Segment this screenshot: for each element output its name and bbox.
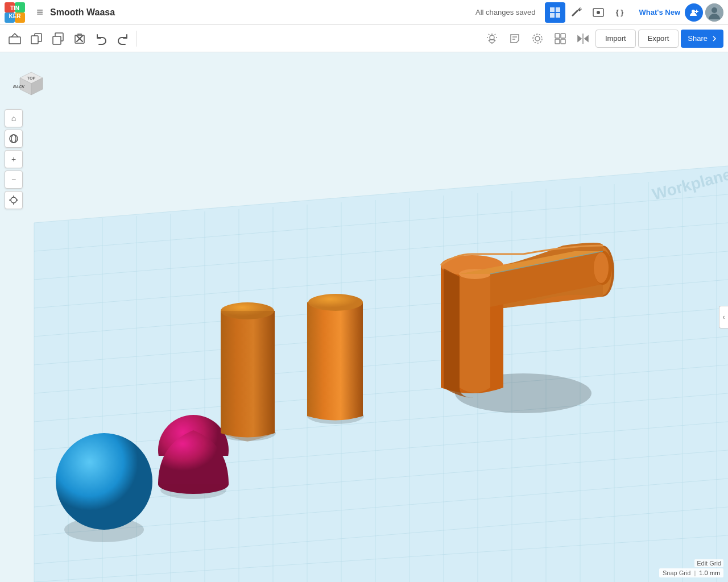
snap-grid-label: Snap Grid (663, 569, 691, 576)
svg-text:TIN: TIN (10, 5, 19, 11)
mode-simulation-button[interactable] (588, 2, 609, 23)
svg-point-98 (10, 135, 18, 143)
svg-point-92 (594, 252, 609, 283)
notes-tool[interactable] (504, 28, 525, 49)
svg-point-23 (490, 35, 494, 40)
orientation-cube[interactable]: TOP BACK (11, 64, 51, 103)
mode-buttons: { } (545, 2, 630, 23)
svg-point-27 (533, 34, 542, 43)
navbar: TIN KER ≡ Smooth Waasa All changes saved… (0, 0, 728, 25)
svg-point-16 (712, 7, 717, 13)
avatar[interactable] (705, 3, 723, 22)
toolbar: Import Export Share (0, 25, 728, 52)
svg-point-11 (597, 11, 600, 14)
export-button[interactable]: Export (638, 30, 679, 48)
undo-tool[interactable] (91, 28, 111, 49)
zoom-out-button[interactable]: − (5, 171, 23, 189)
home-view-button[interactable]: ⌂ (5, 109, 23, 127)
svg-rect-7 (556, 7, 560, 12)
zoom-in-button[interactable]: + (5, 150, 23, 168)
svg-rect-8 (550, 13, 555, 18)
menu-button[interactable]: ≡ (30, 2, 50, 23)
svg-point-100 (11, 197, 16, 203)
bottom-status: Edit Grid Snap Grid | 1.0 mm (659, 559, 723, 577)
tinkercad-logo: TIN KER (5, 2, 25, 23)
group-tool[interactable] (550, 28, 570, 49)
delete-tool[interactable] (69, 28, 90, 49)
snap-grid-value: 1.0 mm (699, 569, 720, 576)
project-name[interactable]: Smooth Waasa (50, 7, 115, 18)
toolbar-divider (136, 31, 137, 47)
viewport[interactable]: Workplane (0, 52, 728, 582)
mode-code-button[interactable]: { } (610, 2, 630, 23)
save-status: All changes saved (475, 8, 536, 16)
left-controls: ⌂ + − (5, 109, 23, 209)
svg-rect-19 (31, 36, 38, 44)
mode-3d-button[interactable] (545, 2, 565, 23)
orbit-button[interactable] (5, 130, 23, 148)
import-button[interactable]: Import (595, 30, 636, 48)
svg-marker-36 (34, 166, 728, 582)
svg-rect-21 (53, 36, 61, 44)
svg-rect-9 (556, 13, 560, 18)
svg-rect-6 (550, 7, 555, 12)
copy-tool[interactable] (26, 28, 47, 49)
svg-rect-28 (555, 34, 560, 38)
svg-point-99 (11, 135, 16, 143)
redo-tool[interactable] (113, 28, 133, 49)
svg-rect-17 (9, 37, 20, 44)
toolbar-right: Import Export Share (482, 28, 723, 49)
svg-rect-31 (561, 39, 565, 44)
svg-text:KER: KER (9, 13, 21, 19)
3d-scene: Workplane (0, 52, 728, 582)
svg-rect-30 (555, 39, 560, 44)
svg-marker-33 (578, 36, 581, 41)
share-button[interactable]: Share (681, 30, 723, 48)
svg-point-78 (56, 433, 152, 530)
add-user-button[interactable] (685, 3, 703, 22)
svg-marker-34 (585, 36, 588, 41)
edit-grid-label[interactable]: Edit Grid (694, 559, 723, 567)
light-tool[interactable] (482, 28, 502, 49)
svg-text:TOP: TOP (27, 76, 36, 80)
svg-rect-29 (561, 34, 565, 38)
duplicate-tool[interactable] (48, 28, 68, 49)
svg-text:BACK: BACK (13, 85, 26, 89)
mirror-tool[interactable] (573, 28, 593, 49)
workplane-tool[interactable] (5, 28, 25, 49)
svg-point-26 (535, 36, 540, 41)
align-tool[interactable] (527, 28, 548, 49)
right-panel-toggle[interactable]: ‹ (719, 306, 728, 329)
mode-tools-button[interactable] (566, 2, 587, 23)
whats-new-button[interactable]: What's New (639, 8, 680, 16)
fit-view-button[interactable] (5, 191, 23, 209)
